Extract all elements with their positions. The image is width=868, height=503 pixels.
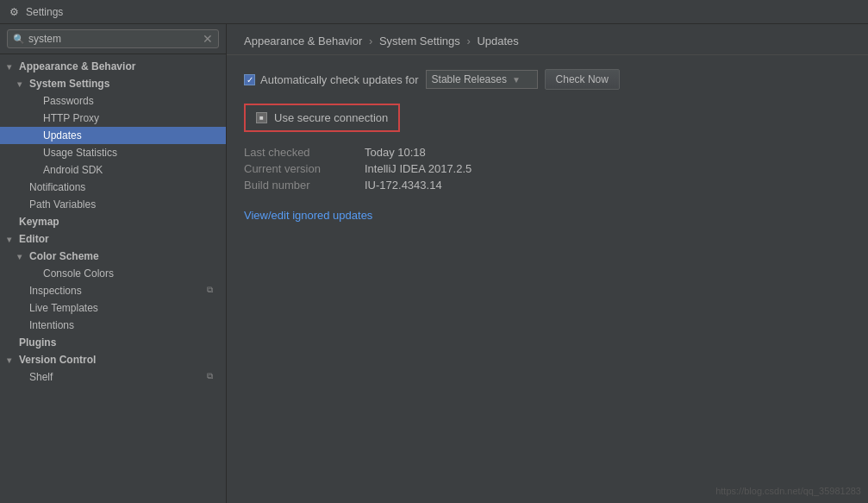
sidebar-item-color-scheme[interactable]: ▾ Color Scheme — [0, 248, 226, 265]
breadcrumb-part-2: System Settings — [379, 35, 460, 47]
check-now-button[interactable]: Check Now — [545, 69, 620, 90]
window-title: Settings — [26, 6, 63, 18]
build-number-label: Build number — [244, 179, 365, 192]
sidebar-item-version-control[interactable]: ▾ Version Control — [0, 351, 226, 368]
auto-check-checkbox[interactable] — [244, 74, 255, 85]
sidebar-item-system-settings[interactable]: ▾ System Settings — [0, 75, 226, 92]
auto-check-row: Automatically check updates for Stable R… — [244, 69, 851, 90]
sidebar-item-editor[interactable]: ▾ Editor — [0, 230, 226, 248]
breadcrumb-part-1: Appearance & Behavior — [244, 35, 362, 47]
last-checked-value: Today 10:18 — [365, 146, 426, 159]
external-link-icon-shelf: ⧉ — [207, 371, 219, 383]
sidebar-item-plugins[interactable]: Plugins — [0, 334, 226, 351]
sidebar-item-usage-statistics[interactable]: Usage Statistics — [0, 144, 226, 161]
secure-connection-label: Use secure connection — [274, 111, 388, 124]
view-ignored-link[interactable]: View/edit ignored updates — [244, 209, 372, 222]
tree-arrow: ▾ — [7, 62, 19, 72]
external-link-icon: ⧉ — [207, 285, 219, 297]
sidebar-item-http-proxy[interactable]: HTTP Proxy — [0, 110, 226, 127]
search-icon: 🔍 — [13, 34, 25, 45]
sidebar-item-appearance-behavior[interactable]: ▾ Appearance & Behavior — [0, 58, 226, 75]
search-input[interactable] — [28, 33, 203, 45]
sidebar-item-updates[interactable]: Updates — [0, 127, 226, 144]
auto-check-label[interactable]: Automatically check updates for — [244, 73, 419, 86]
sidebar-item-intentions[interactable]: Intentions — [0, 317, 226, 334]
tree-arrow: ▾ — [17, 79, 29, 89]
secure-connection-wrapper: Use secure connection — [244, 104, 851, 132]
sidebar-item-android-sdk[interactable]: Android SDK — [0, 161, 226, 179]
sidebar-item-path-variables[interactable]: Path Variables — [0, 196, 226, 213]
sidebar-item-console-colors[interactable]: Console Colors — [0, 265, 226, 282]
sidebar-item-live-templates[interactable]: Live Templates — [0, 299, 226, 317]
title-bar: ⚙ Settings — [0, 0, 868, 24]
watermark: https://blog.csdn.net/qq_35981283 — [715, 486, 861, 496]
sidebar-item-shelf[interactable]: Shelf ⧉ — [0, 368, 226, 386]
build-number-value: IU-172.4343.14 — [365, 179, 442, 192]
sidebar-item-keymap[interactable]: Keymap — [0, 213, 226, 230]
secure-connection-checkbox[interactable] — [256, 112, 267, 123]
breadcrumb-separator-1: › — [369, 35, 376, 47]
breadcrumb: Appearance & Behavior › System Settings … — [227, 24, 868, 55]
sidebar: 🔍 ✕ ▾ Appearance & Behavior ▾ System Set… — [0, 24, 227, 503]
tree-arrow: ▾ — [7, 235, 19, 244]
current-version-row: Current version IntelliJ IDEA 2017.2.5 — [244, 162, 851, 175]
stable-releases-dropdown[interactable]: Stable Releases ▼ — [426, 70, 538, 89]
content-area: Appearance & Behavior › System Settings … — [227, 24, 868, 503]
settings-icon: ⚙ — [7, 5, 21, 19]
dropdown-arrow-icon: ▼ — [512, 75, 521, 85]
breadcrumb-part-3: Updates — [477, 35, 518, 47]
search-wrapper[interactable]: 🔍 ✕ — [7, 29, 219, 48]
tree-arrow: ▾ — [7, 355, 19, 365]
breadcrumb-separator-2: › — [466, 35, 473, 47]
last-checked-row: Last checked Today 10:18 — [244, 146, 851, 159]
main-container: 🔍 ✕ ▾ Appearance & Behavior ▾ System Set… — [0, 24, 868, 503]
sidebar-item-passwords[interactable]: Passwords — [0, 92, 226, 110]
search-bar: 🔍 ✕ — [0, 24, 226, 54]
sidebar-item-inspections[interactable]: Inspections ⧉ — [0, 282, 226, 299]
current-version-value: IntelliJ IDEA 2017.2.5 — [365, 162, 471, 175]
secure-connection-box: Use secure connection — [244, 104, 400, 132]
tree-arrow: ▾ — [17, 252, 29, 261]
auto-check-text: Automatically check updates for — [260, 73, 419, 86]
last-checked-label: Last checked — [244, 146, 365, 159]
dropdown-value: Stable Releases — [432, 73, 507, 85]
build-number-row: Build number IU-172.4343.14 — [244, 179, 851, 192]
sidebar-item-notifications[interactable]: Notifications — [0, 179, 226, 196]
content-body: Automatically check updates for Stable R… — [227, 55, 868, 236]
info-table: Last checked Today 10:18 Current version… — [244, 146, 851, 192]
search-clear-icon[interactable]: ✕ — [203, 32, 213, 46]
nav-tree: ▾ Appearance & Behavior ▾ System Setting… — [0, 54, 226, 389]
current-version-label: Current version — [244, 162, 365, 175]
